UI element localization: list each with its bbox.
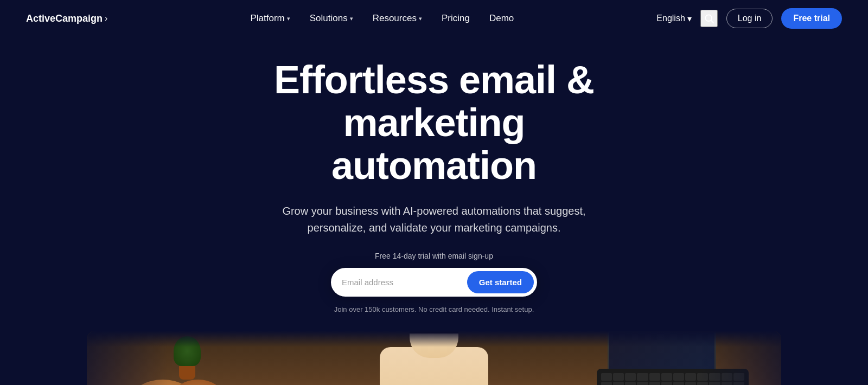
- key: [613, 382, 624, 385]
- hero-heading: Effortless email & marketing automation: [190, 59, 678, 188]
- language-chevron-icon: ▾: [687, 14, 692, 24]
- key: [625, 373, 636, 381]
- key: [685, 373, 696, 381]
- email-signup-form: Get started: [331, 268, 537, 297]
- language-label: English: [656, 14, 685, 23]
- trial-label: Free 14-day trial with email sign-up: [11, 252, 857, 260]
- nav-pricing-label: Pricing: [442, 13, 470, 24]
- logo-arrow: ›: [105, 14, 107, 23]
- key: [625, 382, 636, 385]
- nav-demo-label: Demo: [489, 13, 514, 24]
- key: [601, 373, 612, 381]
- nav-platform-label: Platform: [250, 13, 284, 24]
- key: [601, 382, 612, 385]
- language-selector[interactable]: English ▾: [656, 14, 691, 24]
- free-trial-button[interactable]: Free trial: [781, 8, 842, 29]
- navbar: ActiveCampaign › Platform ▾ Solutions ▾ …: [0, 0, 868, 37]
- hero-heading-line2: automation: [331, 144, 537, 187]
- nav-logo[interactable]: ActiveCampaign ›: [26, 13, 107, 24]
- nav-item-pricing[interactable]: Pricing: [434, 9, 477, 28]
- nav-right: English ▾ Log in Free trial: [656, 8, 842, 29]
- key: [613, 373, 624, 381]
- hero-image: [87, 331, 781, 385]
- key: [673, 382, 684, 385]
- login-button[interactable]: Log in: [726, 9, 773, 28]
- hero-subheading: Grow your business with AI-powered autom…: [260, 203, 608, 236]
- key: [649, 382, 660, 385]
- logo-text: ActiveCampaign: [26, 13, 103, 24]
- email-input[interactable]: [342, 278, 467, 287]
- nav-center: Platform ▾ Solutions ▾ Resources ▾ Prici…: [242, 9, 521, 28]
- bread-item-2: [174, 380, 222, 385]
- nav-item-solutions[interactable]: Solutions ▾: [302, 9, 361, 28]
- key: [649, 373, 660, 381]
- solutions-chevron-icon: ▾: [350, 15, 353, 22]
- resources-chevron-icon: ▾: [419, 15, 422, 22]
- nav-item-resources[interactable]: Resources ▾: [365, 9, 430, 28]
- hero-heading-line1: Effortless email & marketing: [274, 58, 594, 144]
- nav-solutions-label: Solutions: [310, 13, 348, 24]
- plant-pot: [179, 366, 195, 380]
- nav-resources-label: Resources: [373, 13, 417, 24]
- nav-item-demo[interactable]: Demo: [482, 9, 521, 28]
- top-fade-overlay: [87, 331, 781, 347]
- nav-item-platform[interactable]: Platform ▾: [242, 9, 297, 28]
- cafe-scene-bg: [87, 331, 781, 385]
- key: [637, 373, 648, 381]
- search-button[interactable]: [700, 10, 718, 27]
- key: [661, 382, 672, 385]
- social-proof-text: Join over 150k customers. No credit card…: [11, 305, 857, 313]
- svg-line-1: [711, 21, 714, 23]
- platform-chevron-icon: ▾: [287, 15, 290, 22]
- key: [685, 382, 696, 385]
- hero-section: Effortless email & marketing automation …: [0, 37, 868, 385]
- get-started-button[interactable]: Get started: [467, 271, 534, 293]
- search-icon: [704, 13, 714, 24]
- key: [661, 373, 672, 381]
- key: [637, 382, 648, 385]
- key: [673, 373, 684, 381]
